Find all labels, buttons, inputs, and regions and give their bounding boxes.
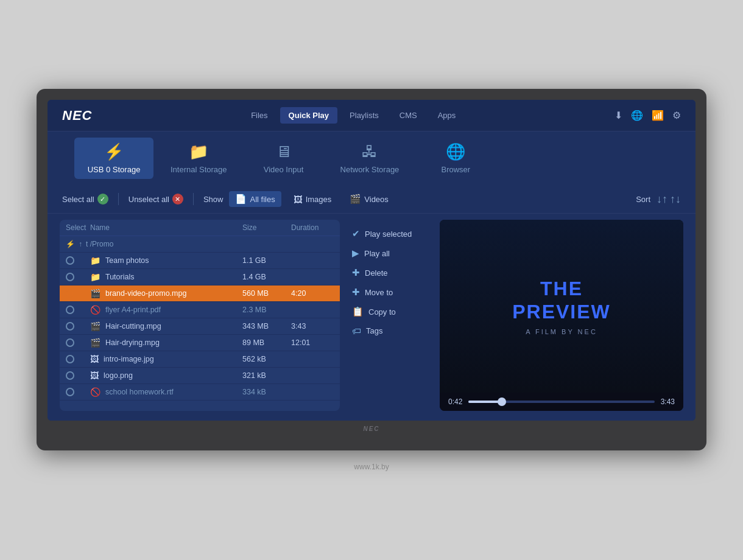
unselect-all-label: Unselect all — [129, 195, 169, 204]
network-icon: 🖧 — [362, 142, 378, 161]
table-row[interactable]: 🎬 Hair-cutting.mpg 343 MB 3:43 — [60, 318, 340, 335]
row-radio[interactable] — [66, 388, 74, 396]
toolbar-separator-2 — [193, 193, 194, 205]
nav-playlists[interactable]: Playlists — [341, 107, 387, 124]
back-icon[interactable]: ↑ — [79, 240, 82, 248]
file-size: 343 MB — [242, 322, 291, 331]
banned-icon: 🚫 — [90, 305, 100, 315]
sort-desc-button[interactable]: ↓↑ — [657, 193, 667, 206]
unselect-all-button[interactable]: Unselect all ✕ — [129, 194, 183, 205]
table-row[interactable]: 🖼 logo.png 321 kB — [60, 368, 340, 384]
file-name-cell: 📁 Tutorials — [90, 272, 242, 282]
settings-icon[interactable]: ⚙ — [672, 110, 681, 121]
sort-asc-button[interactable]: ↑↓ — [670, 193, 681, 206]
delete-button[interactable]: ✚ Delete — [348, 265, 434, 281]
file-name: Hair-drying.mpg — [105, 338, 160, 347]
move-icon: ✚ — [352, 287, 360, 298]
main-content: Select Name Size Duration ⚡ ↑ t /Promo — [48, 214, 695, 421]
tags-button[interactable]: 🏷 Tags — [348, 323, 434, 338]
globe-icon[interactable]: 🌐 — [631, 110, 643, 121]
move-to-button[interactable]: ✚ Move to — [348, 284, 434, 300]
tab-internal-storage[interactable]: 📁 Internal Storage — [158, 138, 239, 179]
nav-quickplay[interactable]: Quick Play — [280, 107, 337, 124]
filter-images-label: Images — [306, 195, 332, 204]
browser-icon: 🌐 — [446, 142, 465, 161]
banned-icon: 🚫 — [90, 387, 100, 397]
row-radio[interactable] — [66, 306, 74, 314]
tab-usb-storage[interactable]: ⚡ USB 0 Storage — [74, 138, 153, 179]
monitor-brand-label: NEC — [363, 425, 379, 432]
video-file-icon: 🎬 — [90, 338, 100, 348]
play-selected-label: Play selected — [365, 229, 412, 239]
tags-label: Tags — [366, 326, 382, 335]
filter-videos-label: Videos — [364, 195, 389, 204]
col-name: Name — [90, 223, 242, 232]
nav-links: Files Quick Play Playlists CMS Apps — [242, 107, 464, 124]
download-icon[interactable]: ⬇ — [614, 110, 622, 121]
file-name-cell: 🖼 intro-image.jpg — [90, 354, 242, 364]
table-row[interactable]: 📁 Tutorials 1.4 GB — [60, 269, 340, 285]
copy-to-button[interactable]: 📋 Copy to — [348, 304, 434, 320]
row-radio[interactable] — [66, 338, 74, 347]
row-radio[interactable] — [66, 371, 74, 380]
row-radio[interactable] — [66, 322, 74, 331]
progress-bar[interactable] — [468, 401, 654, 403]
file-name: logo.png — [104, 371, 133, 380]
file-table-header: Select Name Size Duration — [60, 220, 340, 236]
tab-network-storage[interactable]: 🖧 Network Storage — [328, 138, 412, 179]
video-file-icon: 🎬 — [90, 321, 100, 331]
preview-controls: 0:42 3:43 — [440, 393, 683, 411]
preview-panel: THEPREVIEW A FILM BY NEC 0:42 3:43 — [440, 220, 683, 411]
table-row[interactable]: 🖼 intro-image.jpg 562 kB — [60, 351, 340, 368]
select-all-button[interactable]: Select all ✓ — [62, 194, 108, 205]
file-name-cell: 🚫 flyer A4-print.pdf — [90, 305, 242, 315]
table-row[interactable]: 🎬 Hair-drying.mpg 89 MB 12:01 — [60, 335, 340, 351]
row-radio[interactable] — [66, 289, 74, 298]
video-file-icon: 🎬 — [90, 289, 100, 298]
file-size: 321 kB — [242, 371, 291, 380]
toolbar-separator-1 — [118, 193, 119, 205]
play-selected-button[interactable]: ✔ Play selected — [348, 226, 434, 242]
filter-videos[interactable]: 🎬 Videos — [343, 191, 395, 207]
file-duration: 3:43 — [291, 322, 334, 331]
file-size: 1.4 GB — [242, 273, 291, 281]
sort-buttons: ↓↑ ↑↓ — [657, 193, 681, 206]
preview-title: THEPREVIEW — [512, 277, 611, 324]
file-duration: 12:01 — [291, 338, 334, 347]
copy-to-label: Copy to — [368, 307, 396, 317]
row-radio[interactable] — [66, 256, 74, 265]
table-row[interactable]: 📁 Team photos 1.1 GB — [60, 253, 340, 269]
file-name-cell: 📁 Team photos — [90, 256, 242, 265]
table-row[interactable]: 🚫 flyer A4-print.pdf 2.3 MB — [60, 302, 340, 318]
file-size: 89 MB — [242, 338, 291, 347]
table-row[interactable]: 🎬 brand-video-promo.mpg 560 MB 4:20 — [60, 285, 340, 302]
nav-cms[interactable]: CMS — [391, 107, 426, 124]
monitor-bottom: NEC — [48, 421, 695, 432]
file-name-cell: 🚫 school homework.rtf — [90, 387, 242, 397]
row-radio[interactable] — [66, 355, 74, 363]
filter-all-files[interactable]: 📄 All files — [229, 191, 281, 207]
file-duration: 4:20 — [291, 289, 334, 298]
tab-internal-label: Internal Storage — [171, 165, 227, 174]
file-name: brand-video-promo.mpg — [105, 289, 186, 298]
tab-video-input[interactable]: 🖥 Video Input — [244, 138, 323, 179]
table-row[interactable]: 🚫 school homework.rtf 334 kB — [60, 384, 340, 401]
monitor-screen: NEC Files Quick Play Playlists CMS Apps … — [48, 100, 695, 421]
tab-video-label: Video Input — [264, 165, 304, 174]
nec-logo: NEC — [62, 108, 92, 124]
file-toolbar: Select all ✓ Unselect all ✕ Show 📄 All f… — [48, 185, 695, 214]
filter-images[interactable]: 🖼 Images — [287, 192, 338, 207]
play-all-button[interactable]: ▶ Play all — [348, 245, 434, 261]
tab-browser[interactable]: 🌐 Browser — [416, 138, 495, 179]
current-time: 0:42 — [448, 397, 462, 406]
usb-icon: ⚡ — [104, 142, 124, 161]
storage-tabs: ⚡ USB 0 Storage 📁 Internal Storage 🖥 Vid… — [48, 131, 695, 185]
file-name-cell: 🎬 brand-video-promo.mpg — [90, 289, 242, 298]
image-file-icon: 🖼 — [90, 354, 99, 364]
nav-apps[interactable]: Apps — [429, 107, 465, 124]
row-radio[interactable] — [66, 273, 74, 281]
nav-files[interactable]: Files — [242, 107, 276, 124]
file-name-cell: 🖼 logo.png — [90, 371, 242, 380]
filter-all-label: All files — [250, 195, 275, 204]
wifi-icon[interactable]: 📶 — [652, 110, 664, 121]
